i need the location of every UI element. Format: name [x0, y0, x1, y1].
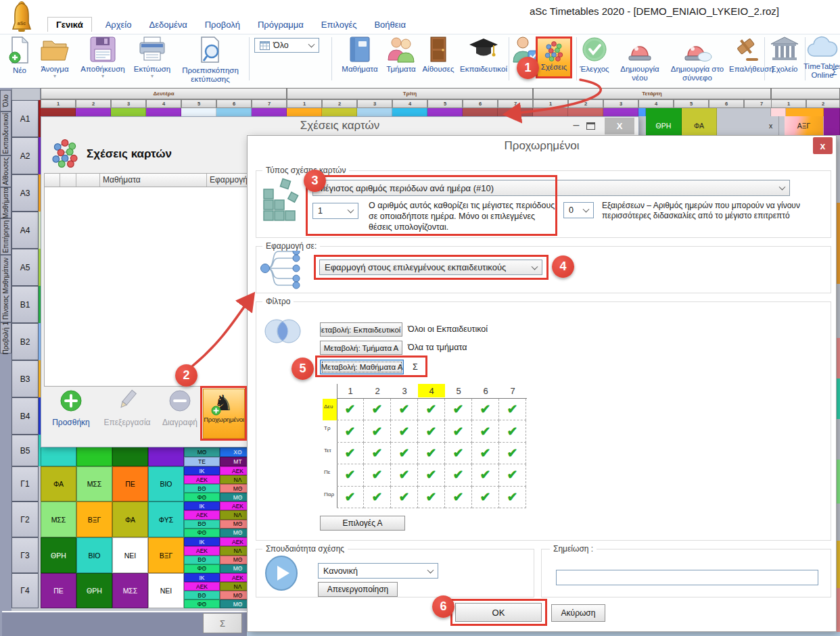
grid-check-cell-Τετ-6[interactable]: ✔ — [472, 443, 499, 464]
grid-check-cell-Δευ-5[interactable]: ✔ — [445, 399, 472, 420]
maximize-button[interactable] — [586, 122, 595, 130]
print-button[interactable]: Εκτύπωση ▾ — [130, 35, 174, 78]
change-teachers-button[interactable]: Μεταβολή: Εκπαιδευτικοί Α — [320, 322, 402, 337]
period-header[interactable]: 1 — [771, 99, 806, 108]
grid-check-cell-Τρ-3[interactable]: ✔ — [391, 420, 418, 442]
timetable-stack-card[interactable]: ΒΘ — [184, 520, 220, 529]
grid-check-cell-Παρ-2[interactable]: ✔ — [364, 487, 391, 508]
menu-tab-options[interactable]: Επιλογές — [317, 18, 361, 32]
grid-row-header-Πε[interactable]: Πε — [323, 464, 337, 486]
timetable-card[interactable]: ΒΞΓ — [76, 502, 112, 537]
close-button[interactable]: x — [813, 137, 833, 154]
period-header[interactable]: 6 — [216, 99, 252, 108]
grid-check-cell-Πε-3[interactable]: ✔ — [391, 464, 418, 486]
sidebar-tab-3[interactable]: Αίθουσες — [0, 155, 11, 187]
subjects-button[interactable]: Μαθήματα — [337, 35, 383, 74]
period-header[interactable]: 1 — [41, 99, 76, 108]
note-input[interactable] — [556, 570, 818, 585]
save-button[interactable]: Αποθήκευση ▾ — [76, 35, 130, 78]
grid-column-header-1[interactable]: 1 — [337, 384, 364, 397]
minimize-button[interactable]: – — [570, 119, 582, 131]
status-sigma-button[interactable]: Σ — [203, 613, 242, 633]
period-header[interactable]: 2 — [322, 99, 357, 108]
classes-button[interactable]: Τμήματα — [383, 35, 419, 74]
disable-button[interactable]: Απενεργοποίηση — [318, 582, 398, 597]
row-label-Γ1[interactable]: Γ1 — [11, 466, 39, 502]
grid-check-cell-Τρ-6[interactable]: ✔ — [472, 420, 499, 442]
grid-check-cell-Δευ-2[interactable]: ✔ — [364, 399, 391, 420]
timetable-stack-card[interactable]: ΑΕΚ — [184, 475, 220, 484]
grid-column-header-3[interactable]: 3 — [391, 384, 418, 397]
timetable-card[interactable]: ΒΞΓ — [148, 537, 184, 573]
grid-check-cell-Δευ-4[interactable]: ✔ — [418, 399, 445, 420]
row-label-Γ4[interactable]: Γ4 — [11, 573, 39, 608]
grid-check-cell-Πε-5[interactable]: ✔ — [445, 464, 472, 486]
add-button[interactable]: Προσθήκη — [47, 389, 95, 427]
row-label-B3[interactable]: B3 — [11, 360, 39, 397]
menu-tab-data[interactable]: Δεδομένα — [145, 18, 191, 32]
grid-row-header-Παρ[interactable]: Παρ — [323, 487, 337, 508]
row-label-A2[interactable]: A2 — [11, 137, 39, 174]
teachers-button[interactable]: Εκπαιδευτικοί — [457, 35, 510, 74]
timetable-stack-card[interactable]: ΙΚ — [184, 573, 220, 582]
timetable-card[interactable]: ΦΑ — [112, 502, 148, 537]
row-label-Γ3[interactable]: Γ3 — [11, 537, 39, 573]
column-header-apply[interactable]: Εφαρμογή — [210, 175, 248, 185]
timetable-card[interactable]: ΘΡΗ — [76, 573, 112, 608]
timetable-card[interactable]: ΜΣΣ — [112, 573, 148, 608]
row-label-B5[interactable]: B5 — [11, 435, 39, 466]
toolbar-overflow-label[interactable]: Σ — [832, 68, 837, 77]
period-header[interactable]: 2 — [806, 99, 840, 108]
options-a-button[interactable]: Επιλογές Α — [320, 516, 405, 531]
grid-row-header-Δευ[interactable]: Δευ — [323, 399, 337, 420]
timetable-stack-card[interactable]: ΑΕΚ — [184, 510, 220, 519]
check-button[interactable]: Έλεγχος — [575, 35, 614, 74]
period-header[interactable]: 4 — [638, 99, 674, 108]
grid-check-cell-Δευ-3[interactable]: ✔ — [391, 399, 418, 420]
grid-check-cell-Τετ-2[interactable]: ✔ — [364, 443, 391, 464]
grid-check-cell-Παρ-7[interactable]: ✔ — [499, 487, 526, 508]
period-header[interactable]: 6 — [709, 99, 744, 108]
timetable-card[interactable]: ΦΑ — [682, 116, 717, 135]
row-label-A3[interactable]: A3 — [11, 174, 39, 212]
grid-check-cell-Τρ-4[interactable]: ✔ — [418, 420, 445, 442]
timetable-stack-card[interactable]: ΙΚ — [184, 466, 220, 475]
grid-check-cell-Πε-6[interactable]: ✔ — [472, 464, 499, 486]
grid-check-cell-Παρ-1[interactable]: ✔ — [337, 487, 364, 508]
grid-check-cell-Πε-7[interactable]: ✔ — [499, 464, 526, 486]
menu-tab-file[interactable]: Αρχείο — [101, 18, 136, 32]
app-logo[interactable]: aSc — [9, 1, 34, 36]
timetable-stack-card[interactable]: ΒΘ — [184, 591, 220, 600]
timetable-card[interactable]: ΒΙΟ — [148, 466, 184, 502]
timetable-stack-card[interactable]: ΦΘ — [184, 564, 220, 573]
timetable-stack-card[interactable]: ΒΘ — [184, 484, 220, 493]
row-label-A4[interactable]: A4 — [11, 212, 39, 249]
timetable-card[interactable]: ΝΕΙ — [112, 537, 148, 573]
menu-tab-schedule[interactable]: Πρόγραμμα — [254, 18, 308, 32]
timetable-card[interactable] — [824, 116, 840, 135]
row-label-B4[interactable]: B4 — [11, 397, 39, 435]
row-label-Γ2[interactable]: Γ2 — [11, 502, 39, 537]
row-label-B1[interactable]: B1 — [11, 286, 39, 323]
classrooms-button[interactable]: Αίθουσες — [419, 35, 457, 74]
sidebar-tab-1[interactable]: Όλο — [0, 90, 11, 112]
delete-button[interactable]: Διαγραφή — [160, 389, 200, 427]
period-header[interactable]: 5 — [674, 99, 709, 108]
timetable-stack-card[interactable]: ΦΘ — [184, 493, 220, 502]
period-header[interactable]: 7 — [252, 99, 287, 108]
sidebar-tab-6[interactable]: Πίνακας Μαθημάτων — [0, 255, 11, 322]
timetable-card[interactable]: ΠΕ — [112, 466, 148, 502]
column-header-subjects[interactable]: Μαθήματα — [103, 175, 141, 185]
timetable-card[interactable]: ΦΑ — [41, 466, 76, 502]
period-header[interactable]: 1 — [533, 99, 568, 108]
sidebar-tab-4[interactable]: Μαθήματα — [0, 187, 11, 218]
row-label-B2[interactable]: B2 — [11, 323, 39, 360]
grid-check-cell-Τρ-2[interactable]: ✔ — [364, 420, 391, 442]
school-button[interactable]: Σχολείο — [767, 35, 802, 74]
ok-button[interactable]: OK — [455, 603, 542, 622]
grid-check-cell-Παρ-6[interactable]: ✔ — [472, 487, 499, 508]
grid-check-cell-Τετ-3[interactable]: ✔ — [391, 443, 418, 464]
grid-check-cell-Παρ-3[interactable]: ✔ — [391, 487, 418, 508]
grid-column-header-2[interactable]: 2 — [364, 384, 391, 397]
period-header[interactable]: 4 — [392, 99, 427, 108]
